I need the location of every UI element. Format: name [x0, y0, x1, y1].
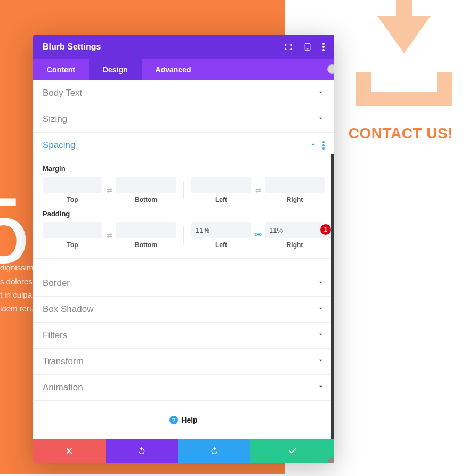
- modal-header: Blurb Settings: [33, 35, 334, 59]
- section-box-shadow: Box Shadow: [33, 297, 334, 323]
- section-title-spacing: Spacing: [43, 140, 75, 151]
- section-header-border[interactable]: Border: [33, 270, 334, 296]
- padding-bottom-label: Bottom: [116, 241, 176, 249]
- link-unlinked-icon[interactable]: ⇄: [255, 186, 261, 194]
- save-button[interactable]: [250, 439, 334, 463]
- padding-top-label: Top: [43, 241, 102, 249]
- padding-label: Padding: [43, 210, 325, 218]
- section-spacing: Spacing Margin Top ⇄: [33, 133, 334, 259]
- section-title-transform: Transform: [43, 356, 84, 367]
- margin-left-label: Left: [191, 196, 251, 203]
- chevron-down-icon: [317, 357, 325, 366]
- undo-button[interactable]: [106, 439, 178, 463]
- section-header-box-shadow[interactable]: Box Shadow: [33, 297, 334, 322]
- section-body-spacing: Margin Top ⇄ Bottom Left: [33, 165, 334, 258]
- link-linked-icon[interactable]: [254, 231, 262, 240]
- bg-letter-line1: L: [0, 154, 30, 212]
- margin-right-label: Right: [265, 196, 325, 203]
- tab-advanced[interactable]: Advanced: [142, 59, 205, 80]
- step-badge-1: 1: [320, 224, 331, 235]
- redo-icon: [210, 447, 219, 455]
- tab-design[interactable]: Design: [89, 59, 142, 80]
- chevron-down-icon: [317, 331, 325, 340]
- bg-text-line1: dignissim: [0, 261, 34, 275]
- chevron-down-icon: [317, 114, 325, 124]
- help-label: Help: [181, 416, 197, 424]
- download-icon: [356, 0, 452, 106]
- section-header-sizing[interactable]: Sizing: [33, 106, 334, 132]
- bg-text-line2: s dolores: [0, 275, 34, 289]
- section-header-transform[interactable]: Transform: [33, 349, 334, 374]
- tab-bar: Content Design Advanced: [33, 59, 334, 80]
- section-title-filters: Filters: [43, 330, 67, 341]
- section-title-border: Border: [43, 278, 70, 289]
- download-arrow-icon: [377, 0, 431, 53]
- padding-left-input[interactable]: [191, 222, 251, 238]
- settings-modal: Blurb Settings Content Design Advanced B…: [33, 35, 334, 463]
- padding-bottom-input[interactable]: [116, 222, 176, 238]
- download-tray-icon: [356, 72, 452, 106]
- padding-right-input[interactable]: [265, 222, 325, 238]
- scrollbar-rail[interactable]: [331, 154, 334, 439]
- bg-text-line3: t in culpa: [0, 288, 34, 302]
- padding-left-label: Left: [191, 241, 251, 249]
- margin-bottom-label: Bottom: [116, 196, 176, 203]
- section-title-animation: Animation: [43, 382, 83, 393]
- more-options-icon[interactable]: [322, 43, 325, 51]
- svg-rect-1: [307, 48, 309, 49]
- help-row[interactable]: ? Help: [33, 401, 334, 434]
- modal-title: Blurb Settings: [43, 42, 101, 52]
- contact-us-heading: CONTACT US!: [349, 125, 453, 142]
- section-filters: Filters: [33, 323, 334, 349]
- redo-button[interactable]: [178, 439, 250, 463]
- section-title-box-shadow: Box Shadow: [43, 304, 93, 315]
- section-transform: Transform: [33, 349, 334, 375]
- section-header-body-text[interactable]: Body Text: [33, 80, 334, 106]
- resize-handle[interactable]: [328, 457, 334, 463]
- padding-inputs-row: Top ⇄ Bottom Left: [43, 222, 325, 249]
- section-header-filters[interactable]: Filters: [33, 323, 334, 348]
- section-sizing: Sizing: [33, 106, 334, 133]
- padding-top-input[interactable]: [43, 222, 102, 238]
- margin-label: Margin: [43, 165, 325, 173]
- margin-top-input[interactable]: [43, 177, 102, 193]
- margin-left-input[interactable]: [191, 177, 251, 193]
- section-header-animation[interactable]: Animation: [33, 375, 334, 400]
- fullscreen-icon[interactable]: [284, 43, 293, 51]
- margin-top-label: Top: [43, 196, 102, 203]
- modal-header-actions: [284, 43, 325, 51]
- link-unlinked-icon[interactable]: ⇄: [107, 232, 112, 240]
- chevron-down-icon: [317, 88, 325, 98]
- background-paragraph: dignissim s dolores t in culpa idem reru: [0, 261, 34, 315]
- margin-inputs-row: Top ⇄ Bottom Left ⇄ Right: [43, 177, 325, 203]
- vertical-divider: [183, 181, 184, 199]
- vertical-divider: [183, 226, 184, 244]
- section-title-sizing: Sizing: [43, 114, 67, 125]
- tab-content[interactable]: Content: [33, 59, 89, 80]
- chevron-down-icon: [317, 305, 325, 314]
- padding-right-label: Right: [265, 241, 325, 249]
- chevron-up-icon: [310, 141, 317, 150]
- modal-body[interactable]: Body Text Sizing Spacing: [33, 80, 334, 439]
- chevron-down-icon: [317, 383, 325, 392]
- tablet-preview-icon[interactable]: [303, 43, 312, 51]
- section-header-spacing[interactable]: Spacing: [33, 133, 334, 158]
- bg-text-line4: idem reru: [0, 302, 34, 316]
- help-icon: ?: [169, 416, 178, 424]
- section-border: Border: [33, 270, 334, 297]
- cancel-button[interactable]: [33, 439, 106, 463]
- chevron-down-icon: [317, 278, 325, 288]
- section-options-icon[interactable]: [322, 141, 325, 150]
- link-unlinked-icon[interactable]: ⇄: [107, 186, 112, 194]
- check-icon: [288, 447, 297, 455]
- margin-right-input[interactable]: [265, 177, 325, 193]
- close-icon: [65, 447, 74, 455]
- section-title-body-text: Body Text: [43, 88, 82, 99]
- modal-footer: [33, 439, 334, 463]
- section-body-text: Body Text: [33, 80, 334, 106]
- globe-icon[interactable]: [327, 64, 334, 74]
- undo-icon: [138, 447, 146, 455]
- margin-bottom-input[interactable]: [116, 177, 176, 193]
- background-hero-letters: L O: [0, 154, 30, 269]
- section-animation: Animation: [33, 375, 334, 401]
